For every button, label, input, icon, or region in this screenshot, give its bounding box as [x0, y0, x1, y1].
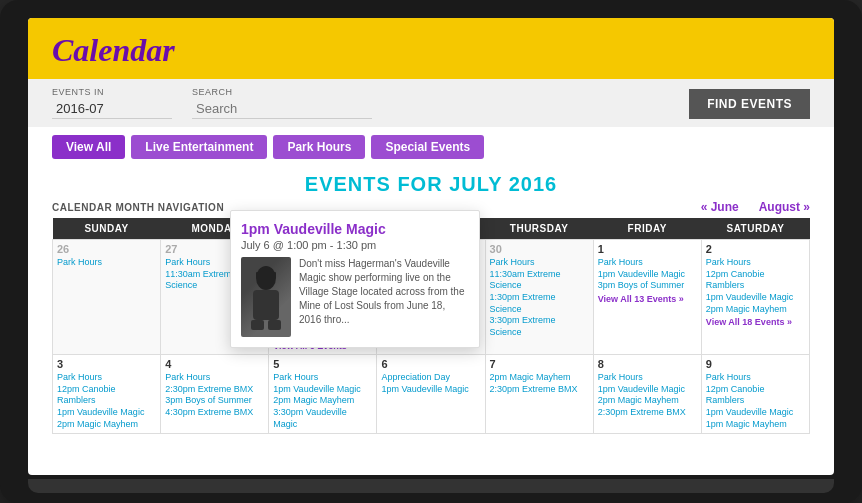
calendar-table: SUNDAY MONDAY TUESDAY WEDNESDAY THURSDAY…: [52, 218, 810, 434]
events-in-input[interactable]: [52, 99, 172, 119]
col-thursday: THURSDAY: [485, 218, 593, 240]
table-row: 30 Park Hours 11:30am Extreme Science 1:…: [485, 240, 593, 355]
search-field: SEARCH: [192, 87, 372, 119]
col-tuesday: TUESDAY: [269, 218, 377, 240]
table-row: 1 Park Hours 1pm Vaudeville Magic 3pm Bo…: [593, 240, 701, 355]
col-monday: MONDAY: [161, 218, 269, 240]
events-in-field: EVENTS IN: [52, 87, 172, 119]
view-all-link[interactable]: View All 13 Events »: [598, 294, 697, 304]
laptop-screen: Calendar EVENTS IN SEARCH FIND EVENTS Vi…: [28, 18, 834, 475]
filter-special-events[interactable]: Special Events: [371, 135, 484, 159]
table-row: 28 Park Hours 11:30am Extreme Science 12…: [269, 240, 377, 355]
table-row: 5 Park Hours 1pm Vaudeville Magic 2pm Ma…: [269, 354, 377, 433]
view-all-link[interactable]: View All 6 Events »: [273, 341, 372, 351]
table-row: 6 Appreciation Day 1pm Vaudeville Magic: [377, 354, 485, 433]
laptop-frame: Calendar EVENTS IN SEARCH FIND EVENTS Vi…: [0, 0, 862, 503]
find-events-button[interactable]: FIND EVENTS: [689, 89, 810, 119]
search-label: SEARCH: [192, 87, 372, 97]
table-row: 4 Park Hours 2:30pm Extreme BMX 3pm Boys…: [161, 354, 269, 433]
table-row: 8 Park Hours 1pm Vaudeville Magic 2pm Ma…: [593, 354, 701, 433]
thursday-cell: 7 2pm Magic Mayhem 2:30pm Extreme BMX: [485, 354, 593, 433]
filter-park-hours[interactable]: Park Hours: [273, 135, 365, 159]
page-header: Calendar: [28, 18, 834, 79]
prev-month-link[interactable]: « June: [701, 200, 739, 214]
view-all-link[interactable]: View All 9 Events »: [381, 317, 480, 327]
view-all-link[interactable]: View All 18 Events »: [706, 317, 805, 327]
table-row: 29 Park Hours 11:30am Extreme Science 1:…: [377, 240, 485, 355]
col-friday: FRIDAY: [593, 218, 701, 240]
calendar-nav-row: CALENDAR MONTH NAVIGATION « June August …: [52, 200, 810, 214]
next-month-link[interactable]: August »: [759, 200, 810, 214]
table-row: 26 Park Hours: [53, 240, 161, 355]
search-input[interactable]: [192, 99, 372, 119]
events-in-label: EVENTS IN: [52, 87, 172, 97]
col-sunday: SUNDAY: [53, 218, 161, 240]
main-content: EVENTS FOR JULY 2016 CALENDAR MONTH NAVI…: [28, 167, 834, 475]
table-row: 9 Park Hours 12pm Canobie Ramblers 1pm V…: [701, 354, 809, 433]
table-row: 27 Park Hours 11:30am Extreme Science: [161, 240, 269, 355]
events-title: EVENTS FOR JULY 2016: [52, 167, 810, 200]
search-bar: EVENTS IN SEARCH FIND EVENTS: [28, 79, 834, 127]
filter-view-all[interactable]: View All: [52, 135, 125, 159]
filter-live-entertainment[interactable]: Live Entertainment: [131, 135, 267, 159]
col-wednesday: WEDNESDAY: [377, 218, 485, 240]
col-saturday: SATURDAY: [701, 218, 809, 240]
page-title: Calendar: [52, 32, 810, 69]
table-row: 3 Park Hours 12pm Canobie Ramblers 1pm V…: [53, 354, 161, 433]
calendar-nav-label: CALENDAR MONTH NAVIGATION: [52, 202, 224, 213]
table-row: 2 Park Hours 12pm Canobie Ramblers 1pm V…: [701, 240, 809, 355]
laptop-base: [28, 479, 834, 493]
filter-bar: View All Live Entertainment Park Hours S…: [28, 127, 834, 167]
